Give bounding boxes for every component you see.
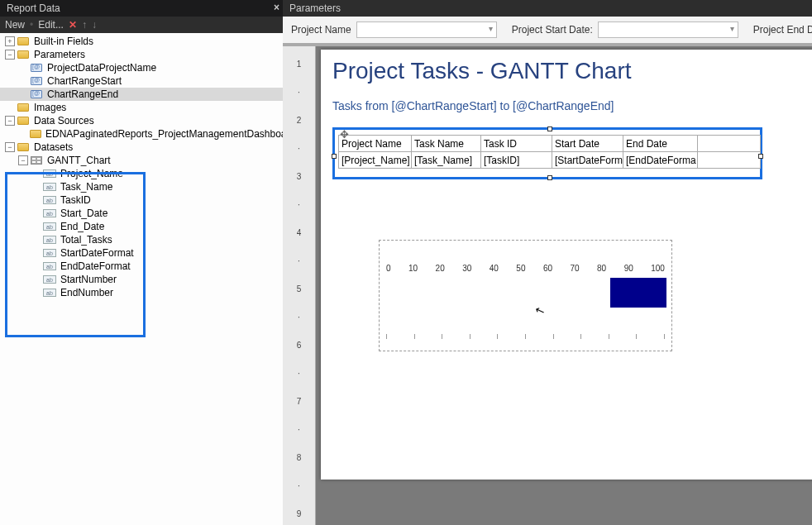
chart-bar [610, 278, 666, 308]
tablix-header-row[interactable]: Project Name Task Name Task ID Start Dat… [339, 136, 761, 152]
parameter-icon [31, 77, 42, 85]
report-title[interactable]: Project Tasks - GANTT Chart [332, 58, 812, 84]
folder-icon [17, 50, 29, 59]
tablix-table[interactable]: Project Name Task Name Task ID Start Dat… [338, 135, 761, 169]
tree-node-field[interactable]: abStartDateFormat [0, 246, 283, 260]
report-data-title: Report Data [7, 2, 60, 14]
parameters-strip: Project Name Project Start Date: Project… [283, 17, 812, 44]
field-icon: ab [43, 262, 56, 270]
delete-icon[interactable]: ✕ [69, 19, 77, 31]
tree-node-datasets[interactable]: − Datasets [0, 141, 283, 154]
tree-node-dataset[interactable]: − GANTT_Chart [0, 154, 283, 167]
param-start-date: Project Start Date: [512, 21, 738, 38]
field-icon: ab [43, 289, 56, 297]
folder-icon [17, 143, 29, 151]
collapse-icon[interactable]: − [18, 155, 28, 165]
close-icon[interactable]: × [274, 2, 279, 13]
parameters-title: Parameters [289, 2, 341, 14]
collapse-icon[interactable]: − [5, 142, 15, 152]
tablix-header[interactable]: Project Name [339, 136, 412, 152]
tree-node-field[interactable]: abTask_Name [0, 180, 283, 193]
tree-label: Total_Tasks [59, 234, 112, 246]
tree-label: ChartRangeEnd [45, 88, 118, 100]
chart-plot-area [385, 278, 666, 316]
tablix-header[interactable]: End Date [623, 136, 698, 152]
tree-node-field[interactable]: abEndNumber [0, 286, 283, 299]
tree-label: GANTT_Chart [45, 155, 111, 166]
vertical-ruler: 1· 2· 3· 4· 5· 6· 7· 8· 9· 10· 11· 12· 1… [283, 46, 316, 525]
expand-icon[interactable]: + [5, 36, 15, 46]
tree-node-field[interactable]: abTaskID [0, 193, 283, 207]
move-handle-icon[interactable]: ✥ [340, 128, 349, 141]
separator: • [30, 19, 33, 31]
tablix-header[interactable]: Task ID [481, 136, 552, 152]
report-data-header: Report Data × [0, 0, 283, 17]
datasource-icon [30, 130, 41, 138]
tree-node-param[interactable]: ChartRangeStart [0, 74, 283, 88]
field-icon: ab [43, 236, 56, 244]
tree-label: StartDateFormat [59, 247, 134, 259]
tree-label: EndDateFormat [59, 260, 131, 272]
field-icon: ab [43, 169, 56, 178]
tree-label: TaskID [59, 194, 91, 206]
tablix-cell[interactable]: [Project_Name] [339, 152, 412, 169]
collapse-icon[interactable]: − [5, 50, 15, 60]
design-canvas[interactable]: Project Tasks - GANTT Chart Tasks from [… [316, 46, 812, 525]
tree-node-field[interactable]: abEndDateFormat [0, 260, 283, 273]
tree-label: EndNumber [59, 287, 113, 298]
tree-node-field[interactable]: abEnd_Date [0, 220, 283, 233]
tablix-header[interactable]: Start Date [552, 136, 623, 152]
gantt-chart[interactable]: 0 10 20 30 40 50 60 70 80 90 100 [379, 240, 672, 351]
tablix-cell[interactable] [698, 152, 761, 169]
param-project-name: Project Name [291, 21, 497, 38]
resize-handle[interactable] [547, 126, 552, 131]
edit-button[interactable]: Edit... [38, 19, 64, 31]
tree-node-field[interactable]: abTotal_Tasks [0, 233, 283, 246]
chart-ticks [386, 334, 665, 339]
design-panel: Parameters Project Name Project Start Da… [283, 0, 812, 525]
tablix-cell[interactable]: [StartDateForm [552, 152, 623, 169]
tree-node-field[interactable]: abStart_Date [0, 207, 283, 220]
resize-handle[interactable] [547, 175, 552, 180]
up-arrow-icon[interactable]: ↑ [82, 19, 87, 31]
tree-node-param-selected[interactable]: ChartRangeEnd [0, 88, 283, 101]
param-dropdown[interactable] [598, 21, 738, 38]
parameters-header: Parameters [283, 0, 812, 17]
collapse-icon[interactable]: − [5, 116, 15, 126]
tree-node-field[interactable]: abProject_Name [0, 167, 283, 180]
param-label: Project Start Date: [512, 24, 593, 36]
tablix-header[interactable]: Task Name [412, 136, 481, 152]
tablix-data-row[interactable]: [Project_Name] [Task_Name] [TaskID] [Sta… [339, 152, 761, 169]
report-page[interactable]: Project Tasks - GANTT Chart Tasks from [… [321, 50, 812, 480]
tree-node-builtin[interactable]: + Built-in Fields [0, 35, 283, 48]
param-dropdown[interactable] [356, 21, 497, 38]
tablix-cell[interactable]: [TaskID] [481, 152, 552, 169]
tree-node-parameters[interactable]: − Parameters [0, 48, 283, 61]
design-wrap: 1· 2· 3· 4· 5· 6· 7· 8· 9· 10· 11· 12· 1… [283, 46, 812, 525]
field-icon: ab [43, 196, 56, 204]
field-icon: ab [43, 275, 56, 284]
tablix-cell[interactable]: [Task_Name] [412, 152, 481, 169]
tablix-cell[interactable]: [EndDateForma [623, 152, 698, 169]
param-label: Project Name [291, 24, 351, 36]
field-icon: ab [43, 222, 56, 231]
down-arrow-icon[interactable]: ↓ [92, 19, 97, 31]
new-button[interactable]: New [5, 19, 25, 31]
resize-handle[interactable] [758, 154, 763, 159]
tablix-header[interactable] [698, 136, 761, 152]
report-subtitle[interactable]: Tasks from [@ChartRangeStart] to [@Chart… [332, 99, 812, 112]
tree-label: End_Date [59, 221, 104, 232]
report-data-panel: Report Data × New • Edit... ✕ ↑ ↓ + Buil… [0, 0, 283, 525]
tree-node-images[interactable]: Images [0, 101, 283, 114]
tree-label: ProjectDataProjectName [45, 62, 156, 74]
report-data-tree[interactable]: + Built-in Fields − Parameters ProjectDa… [0, 33, 283, 525]
tablix-selected[interactable]: ✥ Project Name Task Name Task ID Start D… [332, 127, 762, 179]
tree-node-param[interactable]: ProjectDataProjectName [0, 61, 283, 74]
tree-node-datasources[interactable]: − Data Sources [0, 114, 283, 127]
tree-node-field[interactable]: abStartNumber [0, 273, 283, 286]
tree-label: EDNAPaginatedReports_ProjectManagementDa… [44, 128, 283, 140]
resize-handle[interactable] [332, 154, 337, 159]
tree-node-datasource[interactable]: EDNAPaginatedReports_ProjectManagementDa… [0, 127, 283, 141]
tree-label: Images [32, 102, 66, 113]
tree-label: Parameters [32, 49, 85, 60]
